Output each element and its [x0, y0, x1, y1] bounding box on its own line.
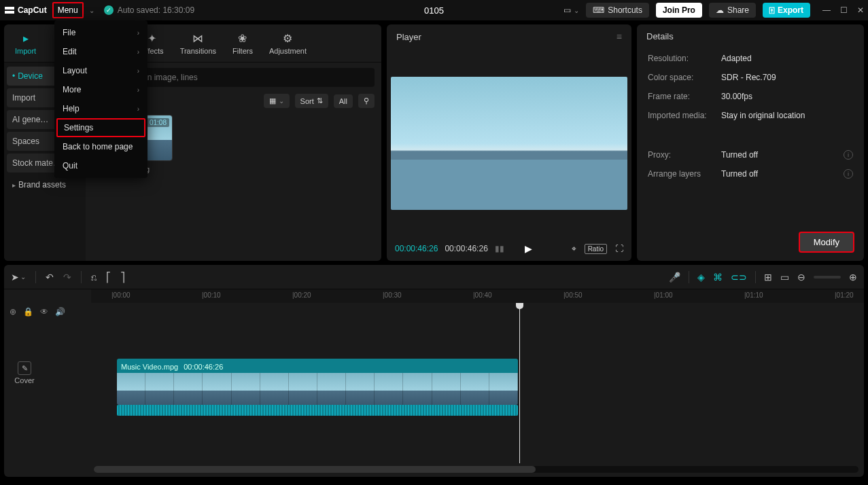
share-icon: ☁ [716, 5, 724, 15]
time-current: 00:00:46:26 [395, 244, 438, 253]
menu-item-back-home[interactable]: Back to home page [54, 137, 147, 156]
split-right-tool[interactable]: ⎤ [120, 272, 125, 283]
timeline-tracks[interactable]: Music Video.mpg00:00:46:26 [91, 303, 864, 463]
detail-row: Arrange layersTurned offi [648, 169, 853, 179]
menu-item-settings[interactable]: Settings [56, 118, 145, 137]
timeline-audio-clip[interactable] [117, 405, 518, 416]
info-icon[interactable]: i [844, 169, 853, 179]
fullscreen-icon[interactable]: ⛶ [615, 244, 623, 253]
player-title: Player [396, 32, 421, 42]
split-tool[interactable]: ⎌ [91, 272, 97, 283]
split-left-tool[interactable]: ⎡ [106, 272, 111, 283]
contain-icon[interactable]: ▭ [780, 272, 789, 283]
tab-adjustment[interactable]: ⚙Adjustment [261, 27, 315, 59]
timeline-clip[interactable]: Music Video.mpg00:00:46:26 [117, 359, 518, 405]
align-icon[interactable]: ⊞ [764, 272, 772, 283]
detail-row: Frame rate:30.00fps [648, 92, 853, 101]
export-button[interactable]: ⍐Export [763, 3, 810, 18]
player-panel: Player≡ 00:00:46:26 00:00:46:26 ▮▮ ▶ ⌖ R… [387, 24, 631, 261]
app-logo: CapCut [4, 5, 47, 16]
link-icon[interactable]: ⊂⊃ [731, 272, 747, 283]
zoom-out-icon[interactable]: ⊖ [797, 272, 805, 283]
chevron-right-icon: › [137, 67, 139, 75]
undo-button[interactable]: ↶ [46, 272, 54, 283]
menu-item-layout[interactable]: Layout› [54, 61, 147, 80]
timeline-scrollbar[interactable] [94, 466, 858, 473]
detail-row: Color space:SDR - Rec.709 [648, 73, 853, 82]
mute-icon[interactable]: 🔊 [55, 307, 65, 317]
hamburger-icon[interactable]: ≡ [617, 31, 622, 42]
timeline-ruler[interactable]: |00:00 |00:10 |00:20 |00:30 |00:40 |00:5… [91, 289, 864, 303]
detail-row: Imported media:Stay in original location [648, 111, 853, 120]
pencil-icon: ✎ [18, 361, 31, 375]
menu-item-help[interactable]: Help› [54, 99, 147, 118]
close-icon[interactable]: ✕ [857, 5, 864, 15]
tab-transitions[interactable]: ⋈Transitions [172, 27, 224, 59]
scrollbar-thumb[interactable] [94, 466, 536, 473]
menu-item-quit[interactable]: Quit [54, 156, 147, 175]
pointer-tool[interactable]: ➤⌄ [11, 272, 26, 283]
playhead[interactable] [519, 303, 520, 463]
sort-button[interactable]: Sort ⇅ [295, 94, 328, 108]
redo-button[interactable]: ↷ [63, 272, 71, 283]
svg-rect-0 [5, 7, 14, 10]
video-preview[interactable] [391, 77, 627, 210]
thumbnail-duration: 01:08 [147, 118, 169, 127]
add-track-icon[interactable]: ⊕ [10, 307, 16, 317]
minimize-icon[interactable]: — [822, 5, 831, 15]
play-button[interactable]: ▶ [525, 243, 532, 254]
autosave-status: ✓ Auto saved: 16:30:09 [104, 5, 194, 15]
player-controls: 00:00:46:26 00:00:46:26 ▮▮ ▶ ⌖ Ratio ⛶ [387, 238, 631, 261]
lock-icon[interactable]: 🔒 [23, 307, 33, 317]
maximize-icon[interactable]: ☐ [840, 5, 848, 15]
join-pro-button[interactable]: Join Pro [656, 3, 702, 18]
menu-item-file[interactable]: File› [54, 23, 147, 42]
zoom-slider[interactable] [814, 276, 841, 279]
chevron-right-icon: › [137, 86, 139, 94]
info-icon[interactable]: i [844, 150, 853, 160]
magnet-icon[interactable]: ⌘ [713, 272, 723, 283]
detail-row: Proxy:Turned offi [648, 150, 853, 160]
mic-icon[interactable]: 🎤 [669, 272, 680, 283]
export-icon: ⍐ [769, 5, 774, 15]
aspect-icon[interactable]: ▭ ⌄ [563, 5, 579, 15]
scan-icon[interactable]: ⌖ [572, 244, 576, 253]
cover-button[interactable]: ✎ Cover [10, 361, 39, 384]
timeline-panel: ➤⌄ ↶ ↷ ⎌ ⎡ ⎤ 🎤 ◈ ⌘ ⊂⊃ ⊞ ▭ ⊖ ⊕ |00:00 |00… [4, 265, 864, 477]
clip-name: Music Video.mpg [121, 363, 178, 371]
import-icon: ▸ [19, 31, 33, 45]
eye-icon[interactable]: 👁 [40, 307, 48, 317]
menu-dropdown: File› Edit› Layout› More› Help› Settings… [54, 20, 147, 178]
clip-duration: 00:00:46:26 [184, 363, 223, 371]
menu-button[interactable]: Menu [52, 2, 84, 18]
title-bar: CapCut Menu ⌄ ✓ Auto saved: 16:30:09 010… [0, 0, 868, 20]
keyboard-icon: ⌨ [593, 5, 604, 15]
chevron-right-icon: › [137, 105, 139, 113]
filter-icon-button[interactable]: ⚲ [358, 94, 375, 108]
chevron-right-icon: › [137, 48, 139, 56]
details-panel: Details Resolution:Adapted Color space:S… [637, 24, 864, 261]
chevron-right-icon: › [137, 29, 139, 37]
time-total: 00:00:46:26 [445, 244, 487, 253]
filter-all-button[interactable]: All [334, 94, 353, 108]
ratio-button[interactable]: Ratio [585, 244, 607, 254]
view-grid-button[interactable]: ▦ ⌄ [264, 94, 290, 108]
zoom-in-icon[interactable]: ⊕ [849, 272, 857, 283]
compare-icon[interactable]: ▮▮ [495, 244, 504, 253]
share-button[interactable]: ☁Share [709, 3, 756, 18]
check-icon: ✓ [104, 5, 114, 15]
autosave-text: Auto saved: 16:30:09 [118, 5, 194, 15]
filters-icon: ❀ [236, 31, 249, 45]
shortcuts-button[interactable]: ⌨Shortcuts [586, 3, 649, 18]
menu-item-more[interactable]: More› [54, 80, 147, 99]
tab-import[interactable]: ▸Import [7, 27, 44, 59]
tab-filters[interactable]: ❀Filters [224, 27, 261, 59]
chevron-down-icon[interactable]: ⌄ [89, 7, 94, 14]
detail-row: Resolution:Adapted [648, 54, 853, 63]
menu-item-edit[interactable]: Edit› [54, 42, 147, 61]
snap-icon[interactable]: ◈ [697, 272, 705, 283]
sidebar-item-brand[interactable]: Brand assets [7, 175, 83, 194]
modify-button[interactable]: Modify [799, 232, 854, 253]
project-name: 0105 [424, 5, 444, 16]
timeline-toolbar: ➤⌄ ↶ ↷ ⎌ ⎡ ⎤ 🎤 ◈ ⌘ ⊂⊃ ⊞ ▭ ⊖ ⊕ [4, 265, 864, 289]
